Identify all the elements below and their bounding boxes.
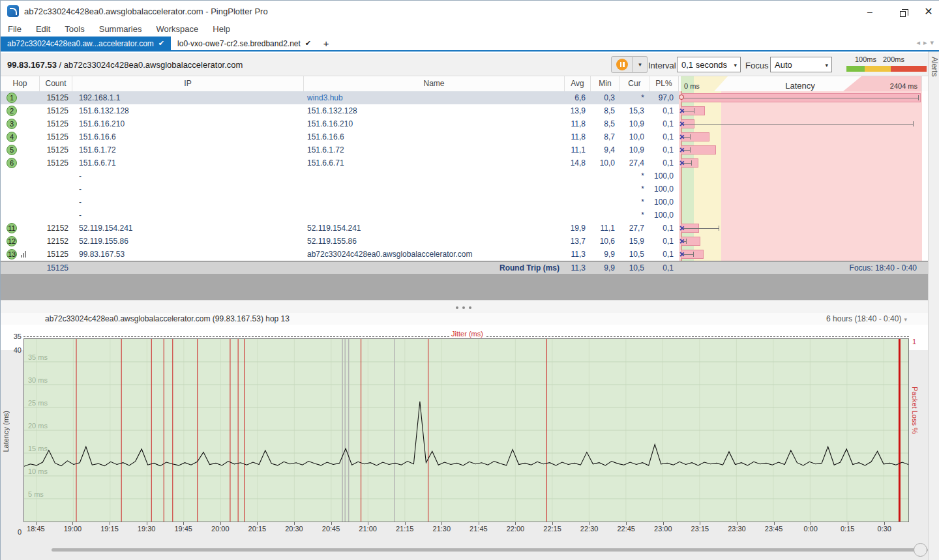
count-value: 15125	[40, 250, 72, 259]
ip-value: -	[72, 198, 82, 207]
time-tick-label: 21:30	[433, 525, 451, 533]
time-tick-label: 20:45	[322, 525, 340, 533]
avg-value: 14,8	[565, 158, 591, 168]
hop-number-badge: 5	[7, 145, 17, 155]
hop-number-badge: 12	[7, 236, 17, 246]
interval-select[interactable]: 0,1 seconds▾	[677, 57, 741, 72]
ip-value: 99.83.167.53	[72, 250, 125, 259]
hop-number-badge: 6	[7, 158, 17, 168]
mini-chart-icon	[21, 251, 26, 258]
minimize-button[interactable]: –	[860, 5, 880, 19]
scrollbar-track[interactable]	[52, 548, 928, 552]
min-value: 11,1	[591, 224, 620, 233]
round-trip-label: Round Trip (ms)	[304, 263, 565, 273]
svg-text:10 ms: 10 ms	[28, 467, 48, 475]
packet-loss-value: 100,0	[649, 184, 679, 194]
packet-loss-value: 0,1	[649, 224, 679, 233]
latency-timeline-plot[interactable]: 35 ms30 ms25 ms20 ms15 ms10 ms5 ms	[23, 338, 909, 522]
count-value: 15125	[40, 119, 72, 128]
interval-label: Interval	[648, 61, 676, 70]
rt-pl: 0,1	[649, 263, 679, 273]
col-header-cur[interactable]: Cur	[620, 76, 649, 91]
svg-text:25 ms: 25 ms	[28, 399, 48, 407]
add-tab-button[interactable]: +	[318, 37, 335, 50]
cur-value: 10,9	[620, 145, 649, 155]
col-header-count[interactable]: Count	[40, 76, 72, 91]
menu-item-workspace[interactable]: Workspace	[149, 24, 205, 34]
name-value: wind3.hub	[304, 93, 343, 102]
latency-row-minichart	[679, 143, 922, 156]
y-axis-title: Latency (ms)	[2, 411, 10, 452]
latency-gradient-bar	[846, 66, 927, 72]
rt-min: 9,9	[591, 263, 620, 273]
cur-value: 15,3	[620, 106, 649, 115]
target-tab-2[interactable]: lo0-vxo-owe7-cr2.se.bredband2.net✔	[171, 37, 318, 50]
splitter-grip-icon	[456, 306, 471, 309]
cur-value: *	[620, 184, 649, 194]
cur-value: *	[620, 198, 649, 207]
count-value: 15125	[40, 145, 72, 155]
packet-loss-value: 100,0	[649, 198, 679, 207]
time-range-selector[interactable]: 6 hours (18:40 - 0:40)▾	[826, 314, 907, 323]
avg-x-marker	[679, 160, 684, 166]
tab-label: lo0-vxo-owe7-cr2.se.bredband2.net	[177, 39, 301, 48]
focus-select[interactable]: Auto▾	[770, 57, 832, 72]
hop-number-badge: 3	[7, 119, 17, 129]
col-header-ip[interactable]: IP	[72, 76, 304, 91]
col-header-hop[interactable]: Hop	[1, 76, 40, 91]
packet-loss-value: 0,1	[649, 158, 679, 168]
tab-scroll-arrows[interactable]: ◂▸▾	[916, 38, 937, 47]
time-tick-label: 19:45	[174, 525, 192, 533]
pause-button[interactable]	[611, 56, 633, 73]
col-header-name[interactable]: Name	[304, 76, 565, 91]
horizontal-scrollbar[interactable]	[1, 542, 928, 558]
hop-number-badge: 11	[7, 223, 17, 233]
packet-loss-value: 0,1	[649, 250, 679, 259]
graph-title: ab72c33024c428ea0.awsglobalaccelerator.c…	[45, 314, 290, 323]
chevron-down-icon: ▾	[904, 316, 907, 323]
round-trip-summary-row: 15125Round Trip (ms)11,39,910,50,1Focus:…	[1, 261, 928, 274]
avg-x-marker	[679, 226, 684, 231]
ip-value: 151.6.16.6	[72, 132, 116, 141]
avg-value: 11,3	[565, 250, 591, 259]
name-value: 52.119.155.86	[304, 237, 357, 246]
menu-item-summaries[interactable]: Summaries	[92, 24, 149, 34]
avg-value: 11,8	[565, 132, 591, 141]
control-strip: 99.83.167.53 / ab72c33024c428ea0.awsglob…	[1, 53, 928, 76]
menu-item-tools[interactable]: Tools	[57, 24, 91, 34]
pane-splitter[interactable]	[1, 300, 928, 313]
min-value: 9,9	[591, 250, 620, 259]
check-icon: ✔	[158, 39, 164, 48]
scrollbar-thumb[interactable]	[914, 543, 927, 557]
avg-value: 19,9	[565, 224, 591, 233]
close-button[interactable]: ✕	[919, 5, 938, 19]
cur-value: 27,7	[620, 224, 649, 233]
target-tab-1[interactable]: ab72c33024c428ea0.aw...accelerator.com✔	[1, 37, 171, 50]
ip-value: -	[72, 184, 82, 194]
time-tick-label: 23:30	[728, 525, 746, 533]
hop-number-badge: 2	[7, 106, 17, 116]
col-header-latency[interactable]: 0 msLatency2404 ms	[679, 76, 922, 91]
avg-x-marker	[679, 134, 684, 140]
col-header-avg[interactable]: Avg	[565, 76, 591, 91]
time-tick-label: 0:00	[803, 525, 817, 533]
menu-item-file[interactable]: File	[1, 24, 29, 34]
time-tick-label: 21:45	[470, 525, 488, 533]
latency-minicharts	[679, 91, 922, 261]
latency-row-minichart	[679, 235, 922, 248]
restore-button[interactable]	[893, 5, 912, 19]
chevron-down-icon: ▾	[825, 62, 828, 68]
count-value: 15125	[40, 93, 72, 102]
col-header-min[interactable]: Min	[591, 76, 620, 91]
pause-dropdown-button[interactable]: ▾	[633, 56, 648, 73]
menu-item-help[interactable]: Help	[205, 24, 237, 34]
packet-loss-value: 97,0	[649, 93, 679, 102]
menu-item-edit[interactable]: Edit	[29, 24, 57, 34]
alerts-tab[interactable]: Alerts	[930, 57, 939, 77]
title-bar: ab72c33024c428ea0.awsglobalaccelerator.c…	[1, 1, 939, 22]
cur-value: 10,0	[620, 132, 649, 141]
count-value: 15125	[40, 132, 72, 141]
name-value: ab72c33024c428ea0.awsglobalaccelerator.c…	[304, 250, 473, 259]
time-tick-label: 22:15	[543, 525, 561, 533]
col-header-pl[interactable]: PL%	[649, 76, 679, 91]
